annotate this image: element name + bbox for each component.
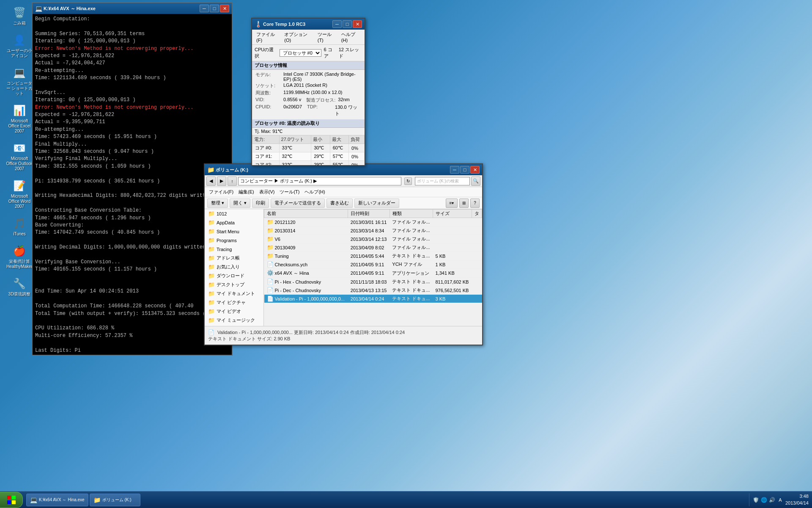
explorer-menu-tools[interactable]: ツール(T) (277, 188, 302, 196)
search-button[interactable]: 🔍 (471, 177, 480, 186)
sidebar-item[interactable]: 📁AppData (205, 218, 263, 227)
refresh-button[interactable]: ↻ (404, 177, 412, 185)
explorer-menu-help[interactable]: ヘルプ(H) (302, 188, 327, 196)
threads-label: 12 スレッド (339, 47, 362, 59)
explorer-menu-view[interactable]: 表示(V) (257, 188, 277, 196)
up-button[interactable]: ↑ (228, 177, 237, 186)
desktop-icon-user[interactable]: 👤 ユーザーの小アイコン (4, 32, 35, 60)
table-row[interactable]: 📄Pi - Hex - Chudnovsky 2011/11/18 18:03 … (264, 278, 482, 286)
core-temps-body: コア #0: 33℃ 30℃ 60℃ 0% コア #1: 32℃ 29℃ 57℃… (252, 144, 365, 166)
coretemp-menu-file[interactable]: ファイル(F) (254, 30, 282, 44)
tray-icon-network[interactable]: 🌐 (761, 497, 768, 503)
sidebar-item[interactable]: 📁アドレス帳 (205, 254, 263, 262)
coretemp-menu-options[interactable]: オプション(O) (282, 30, 315, 44)
cmd-content[interactable]: Begin Computation: Summing Series: 70,51… (33, 14, 232, 355)
file-size: 5 KB (433, 252, 472, 260)
cmd-line: Constructing Base Conversion Table: (35, 207, 229, 214)
desktop-icon-outlook[interactable]: 📧 Microsoft Office Outlook 2007 (4, 140, 35, 173)
back-button[interactable]: ◀ (206, 177, 216, 186)
table-row[interactable]: 📁Tuning 2011/04/05 5:44 テキスト ドキュ... 5 KB (264, 252, 482, 260)
table-row[interactable]: 📁20130314 2013/03/14 8:34 ファイル フォル... (264, 226, 482, 235)
sidebar-item[interactable]: 📁Programs (205, 236, 263, 245)
tj-max-row: Tj. Max: 91℃ (252, 128, 365, 135)
taskbar-item[interactable]: 💻K:¥x64 AVX ～ Hina.exe (26, 494, 88, 506)
coretemp-menu-tools[interactable]: ツール(T) (315, 30, 339, 44)
taskbar-clock[interactable]: 3:48 2013/04/14 (785, 493, 809, 506)
cmd-line: Time: 1221134.689 seconds ( 339.204 hour… (35, 75, 229, 82)
explorer-menu-edit[interactable]: 編集(E) (236, 188, 257, 196)
cmd-line: Multi-core Efficiency: 57.2357 % (35, 332, 229, 340)
sidebar-item[interactable]: 📁マイ ミュージック (205, 316, 263, 325)
cmd-line: Writing Hexadecimal Digits: 880,482,023,… (35, 192, 229, 199)
explorer-menu-file[interactable]: ファイル(F) (206, 188, 236, 196)
search-box[interactable]: ボリューム (K:)の検索 (415, 177, 470, 185)
desktop-icon-3d[interactable]: 🔧 3D環境調整 (4, 275, 35, 298)
sidebar-item[interactable]: 📁1012 (205, 209, 263, 218)
taskbar-item[interactable]: 📁ボリューム (K:) (90, 494, 140, 506)
taskbar-item-label: ボリューム (K:) (102, 497, 132, 503)
explorer-close-button[interactable]: ✕ (470, 166, 480, 174)
col-type[interactable]: 種類 (390, 210, 433, 218)
col-size[interactable]: サイズ (433, 210, 472, 218)
col-name[interactable]: 名前 (264, 210, 348, 218)
cmd-close-button[interactable]: ✕ (220, 5, 229, 12)
clock-date: 2013/04/14 (785, 500, 809, 506)
tray-icon-a[interactable]: A (777, 497, 784, 503)
explorer-main[interactable]: 名前 日付時刻 種類 サイズ タ 📁20121120 2013/03/01 16… (264, 209, 482, 326)
sidebar-item[interactable]: 📁Start Menu (205, 227, 263, 236)
explorer-minimize-button[interactable]: ─ (450, 166, 459, 174)
coretemp-minimize-button[interactable]: ─ (332, 20, 342, 28)
desktop-icon-excel[interactable]: 📊 Microsoft Office Excel 2007 (4, 102, 35, 135)
sidebar-item[interactable]: 📁Tracing (205, 245, 263, 254)
address-path: コンピューター ▶ ボリューム (K:) ▶ (240, 178, 317, 184)
tray-icon-volume[interactable]: 🔊 (769, 497, 776, 503)
tray-icon-shield[interactable]: 🛡️ (753, 497, 760, 503)
desktop-icon-word[interactable]: 📝 Microsoft Office Word 2007 (4, 177, 35, 211)
desktop-icon-computer[interactable]: 💻 コンピューター ショートカット (4, 64, 35, 98)
table-row[interactable]: 📁V6 2013/03/14 12:13 ファイル フォル... (264, 235, 482, 243)
table-row[interactable]: ⚙️x64 AVX ～ Hina 2011/04/05 9:11 アプリケーショ… (264, 269, 482, 278)
healthymaker-label: 栄養摂計算 HealthyMaker (6, 259, 33, 269)
coretemp-maximize-button[interactable]: □ (343, 20, 352, 28)
table-row[interactable]: 📁20130409 2013/04/09 8:02 ファイル フォル... (264, 243, 482, 252)
sidebar-item[interactable]: 📁デスクトップ (205, 280, 263, 289)
core-min: 30℃ (311, 144, 330, 152)
table-row[interactable]: 📁20121120 2013/03/01 16:11 ファイル フォル... (264, 218, 482, 226)
organize-button[interactable]: 整理 ▾ (207, 199, 228, 208)
address-box[interactable]: コンピューター ▶ ボリューム (K:) ▶ (238, 177, 401, 185)
view-toggle-button[interactable]: ≡▾ (446, 199, 458, 208)
desktop-icon-itunes[interactable]: 🎵 iTunes (4, 215, 35, 238)
sidebar-item[interactable]: 📁マイ ドキュメント (205, 289, 263, 298)
processor-select-dropdown[interactable]: プロセッサ #0 (280, 49, 321, 57)
start-button[interactable] (0, 492, 23, 508)
forward-button[interactable]: ▶ (217, 177, 226, 186)
help-icon-button[interactable]: ? (470, 199, 480, 208)
cmd-line: Total Computation Time: 1466648.228 seco… (35, 303, 229, 310)
sidebar-item-label: Start Menu (217, 229, 239, 234)
sidebar-item[interactable]: 📁ダウンロード (205, 271, 263, 280)
open-button[interactable]: 開く ▾ (230, 199, 250, 208)
3d-icon: 🔧 (13, 277, 26, 290)
folder-icon: 📁 (208, 264, 215, 270)
print-button[interactable]: 印刷 (252, 199, 269, 208)
sidebar-item[interactable]: 📁マイ ピクチャ (205, 298, 263, 307)
col-extra[interactable]: タ (472, 210, 482, 218)
coretemp-close-button[interactable]: ✕ (353, 20, 362, 28)
col-date[interactable]: 日付時刻 (348, 210, 390, 218)
sidebar-item[interactable]: 📁お気に入り (205, 262, 263, 271)
burn-button[interactable]: 書き込む (326, 199, 353, 208)
desktop-icon-healthymaker[interactable]: 🍎 栄養摂計算 HealthyMaker (4, 243, 35, 271)
sidebar-item[interactable]: 📁マイ ビデオ (205, 307, 263, 316)
details-button[interactable]: ⊞ (459, 199, 469, 208)
cmd-minimize-button[interactable]: ─ (200, 5, 209, 12)
email-button[interactable]: 電子メールで送信する (271, 199, 325, 208)
desktop-icon-recycle[interactable]: 🗑️ ごみ箱 (4, 4, 35, 28)
table-row[interactable]: 📄Pi - Dec - Chudnovsky 2013/04/13 13:15 … (264, 286, 482, 295)
explorer-maximize-button[interactable]: □ (460, 166, 469, 174)
new-folder-button[interactable]: 新しいフォルダー (354, 199, 399, 208)
table-row[interactable]: 📄Validation - Pi - 1,000,000,000,0... 20… (264, 295, 482, 303)
table-row[interactable]: 📄Checksums.ych 2011/04/05 9:11 YCH ファイル … (264, 260, 482, 269)
coretemp-menu-help[interactable]: ヘルプ(H) (339, 30, 363, 44)
cmd-maximize-button[interactable]: □ (210, 5, 219, 12)
file-name: 📄Checksums.ych (264, 260, 348, 269)
